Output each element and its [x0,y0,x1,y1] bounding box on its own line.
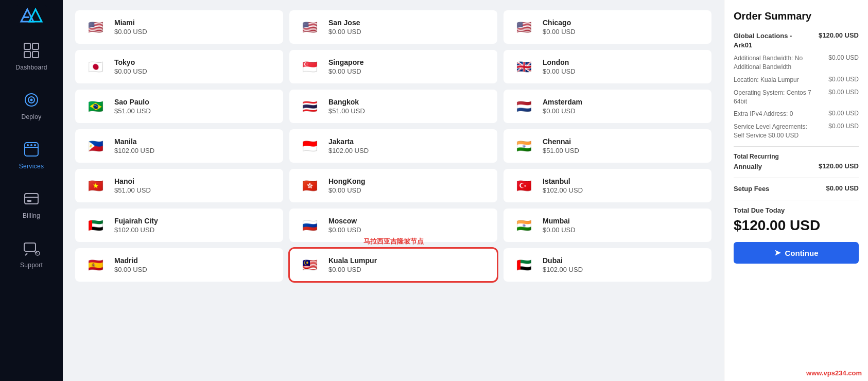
billing-cycle-label: Annually [734,162,762,171]
location-info-mumbai: Mumbai$0.00 USD [543,217,702,234]
sidebar-item-support[interactable]: Support [0,229,63,278]
svg-rect-6 [24,51,30,58]
location-name-london: London [543,58,702,66]
location-name-hanoi: Hanoi [114,177,274,185]
location-name-dubai: Dubai [543,256,702,265]
svg-point-12 [27,144,29,146]
location-price-dubai: $102.00 USD [543,266,702,273]
dashboard-icon [21,40,42,61]
location-card-manila[interactable]: 🇵🇭Manila$102.00 USD [75,129,283,163]
location-info-london: London$0.00 USD [543,58,702,75]
location-card-hanoi[interactable]: 🇻🇳Hanoi$51.00 USD [75,169,283,202]
location-info-istanbul: Istanbul$102.00 USD [543,177,702,194]
flag-dubai: 🇦🇪 [513,257,535,273]
location-info-sao-paulo: Sao Paulo$51.00 USD [114,98,274,115]
order-detail-row-3: Extra IPv4 Address: 0$0.00 USD [734,110,859,118]
location-name-fujairah: Fujairah City [114,217,274,225]
location-price-hongkong: $0.00 USD [328,186,488,194]
location-name-miami: Miami [114,19,274,27]
location-name-hongkong: HongKong [328,177,488,185]
location-card-fujairah[interactable]: 🇦🇪Fujairah City$102.00 USD [75,209,283,242]
location-price-madrid: $0.00 USD [114,266,274,273]
location-price-chicago: $0.00 USD [543,28,702,36]
order-detail-value-4: $0.00 USD [828,123,859,130]
setup-fees-row: Setup Fees $0.00 USD [734,184,859,194]
location-card-singapore[interactable]: 🇸🇬Singapore$0.00 USD [289,50,497,83]
flag-madrid: 🇪🇸 [84,257,107,273]
sidebar-item-deploy[interactable]: Deploy [0,80,63,130]
location-card-kuala-lumpur[interactable]: 🇲🇾Kuala Lumpur$0.00 USD马拉西亚吉隆坡节点 [289,248,497,282]
location-card-chicago[interactable]: 🇺🇸Chicago$0.00 USD [504,10,711,44]
location-info-amsterdam: Amsterdam$0.00 USD [543,98,702,115]
svg-rect-3 [23,16,29,18]
flag-amsterdam: 🇳🇱 [513,98,535,115]
location-price-san-jose: $0.00 USD [328,28,488,36]
flag-istanbul: 🇹🇷 [513,178,535,194]
order-summary-title: Order Summary [734,10,859,22]
order-detail-label-4: Service Level Agreements: Self Service $… [734,123,816,140]
flag-kuala-lumpur: 🇲🇾 [299,257,321,273]
location-card-hongkong[interactable]: 🇭🇰HongKong$0.00 USD [289,169,497,202]
location-price-bangkok: $51.00 USD [328,107,488,115]
location-card-moscow[interactable]: 🇷🇺Moscow$0.00 USD [289,209,497,242]
divider-2 [734,178,859,178]
location-card-tokyo[interactable]: 🇯🇵Tokyo$0.00 USD [75,50,283,83]
location-card-jakarta[interactable]: 🇮🇩Jakarta$102.00 USD [289,129,497,163]
location-price-singapore: $0.00 USD [328,67,488,75]
support-label: Support [20,262,43,269]
deploy-label: Deploy [21,113,41,120]
location-info-manila: Manila$102.00 USD [114,137,274,154]
order-main-item: Global Locations - Ark01 $120.00 USD [734,31,859,50]
flag-bangkok: 🇹🇭 [299,98,321,115]
location-card-istanbul[interactable]: 🇹🇷Istanbul$102.00 USD [504,169,711,202]
svg-rect-17 [24,243,36,251]
order-detail-row-0: Additional Bandwidth: No Additional Band… [734,54,859,72]
total-due-label: Total Due Today [734,206,859,214]
total-recurring-label: Total Recurring [734,153,859,160]
order-detail-value-0: $0.00 USD [828,54,859,61]
location-info-chicago: Chicago$0.00 USD [543,19,702,36]
svg-rect-4 [24,43,30,49]
location-card-amsterdam[interactable]: 🇳🇱Amsterdam$0.00 USD [504,90,711,123]
location-price-london: $0.00 USD [543,67,702,75]
services-label: Services [19,163,44,170]
flag-moscow: 🇷🇺 [299,217,321,234]
order-detail-label-3: Extra IPv4 Address: 0 [734,110,793,118]
sidebar-item-billing[interactable]: Billing [0,179,63,229]
dashboard-label: Dashboard [15,64,47,71]
flag-hanoi: 🇻🇳 [84,178,107,194]
location-card-miami[interactable]: 🇺🇸Miami$0.00 USD [75,10,283,44]
location-name-amsterdam: Amsterdam [543,98,702,106]
location-name-madrid: Madrid [114,256,274,265]
order-detail-row-1: Location: Kuala Lumpur$0.00 USD [734,76,859,84]
location-card-chennai[interactable]: 🇮🇳Chennai$51.00 USD [504,129,711,163]
order-detail-value-3: $0.00 USD [828,110,859,117]
flag-london: 🇬🇧 [513,59,535,75]
flag-manila: 🇵🇭 [84,138,107,154]
order-detail-value-1: $0.00 USD [828,76,859,83]
order-detail-label-0: Additional Bandwidth: No Additional Band… [734,54,816,72]
location-price-sao-paulo: $51.00 USD [114,107,274,115]
location-card-sao-paulo[interactable]: 🇧🇷Sao Paulo$51.00 USD [75,90,283,123]
continue-button[interactable]: ➤ Continue [734,242,859,264]
location-info-hanoi: Hanoi$51.00 USD [114,177,274,194]
location-price-manila: $102.00 USD [114,147,274,154]
flag-mumbai: 🇮🇳 [513,217,535,234]
location-price-mumbai: $0.00 USD [543,226,702,234]
flag-sao-paulo: 🇧🇷 [84,98,107,115]
billing-label: Billing [23,212,40,219]
location-card-dubai[interactable]: 🇦🇪Dubai$102.00 USD [504,248,711,282]
svg-rect-16 [27,200,31,202]
location-card-madrid[interactable]: 🇪🇸Madrid$0.00 USD [75,248,283,282]
divider-1 [734,146,859,147]
location-card-bangkok[interactable]: 🇹🇭Bangkok$51.00 USD [289,90,497,123]
location-info-hongkong: HongKong$0.00 USD [328,177,488,194]
location-info-singapore: Singapore$0.00 USD [328,58,488,75]
flag-fujairah: 🇦🇪 [84,217,107,234]
sidebar-item-services[interactable]: Services [0,130,63,179]
sidebar-item-dashboard[interactable]: Dashboard [0,31,63,80]
location-card-mumbai[interactable]: 🇮🇳Mumbai$0.00 USD [504,209,711,242]
location-card-london[interactable]: 🇬🇧London$0.00 USD [504,50,711,83]
location-info-madrid: Madrid$0.00 USD [114,256,274,273]
location-card-san-jose[interactable]: 🇺🇸San Jose$0.00 USD [289,10,497,44]
